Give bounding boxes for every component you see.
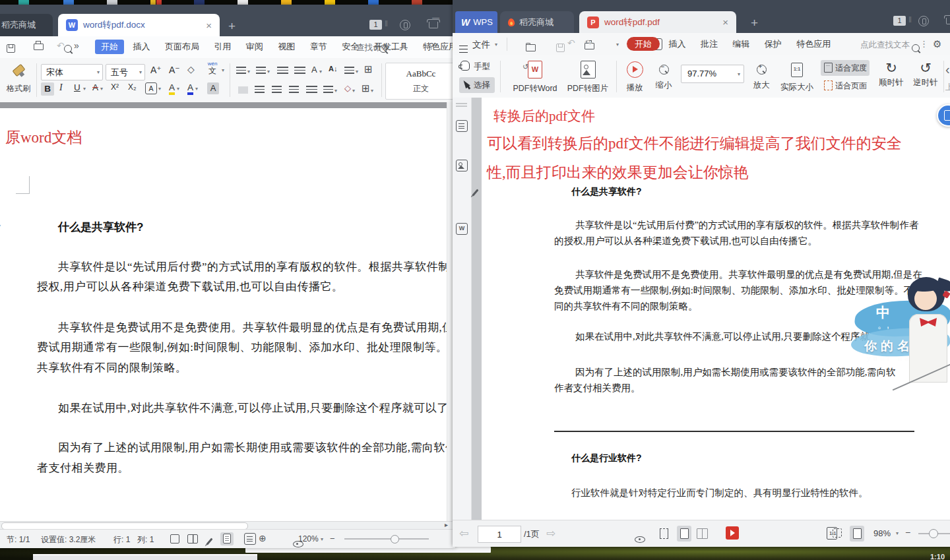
image-panel-icon[interactable] — [456, 160, 468, 171]
menu-item-insert[interactable]: 插入 — [662, 36, 691, 53]
subscript-button[interactable]: X₂ — [128, 82, 137, 92]
grow-font-button[interactable]: A⁺ — [150, 65, 162, 75]
tab-count-badge[interactable]: 1 — [369, 20, 382, 30]
continuous-view-icon[interactable] — [660, 528, 668, 539]
menu-item-protect[interactable]: 保护 — [759, 36, 788, 53]
pdf-tab-active[interactable]: P word转pdf.pdf × — [579, 11, 736, 33]
italic-button[interactable]: I — [59, 82, 63, 93]
fit-width-button[interactable]: 适合宽度 — [821, 60, 870, 76]
font-name-select[interactable]: 宋体 ▾ — [41, 64, 103, 80]
undo-icon[interactable]: ↶ — [567, 38, 575, 48]
chevron-down-icon[interactable]: ▾ — [139, 69, 142, 75]
chevron-down-icon[interactable]: ▾ — [334, 88, 337, 94]
chevron-down-icon[interactable]: ▾ — [356, 69, 358, 75]
menu-item-review[interactable]: 审阅 — [240, 38, 269, 55]
facing-pages-view-icon[interactable] — [697, 528, 708, 539]
strikethrough-button[interactable]: A — [92, 82, 98, 92]
chevron-down-icon[interactable]: ▾ — [319, 69, 322, 75]
actual-size-button[interactable]: 实际大小 — [778, 59, 815, 95]
zoom-slider-track[interactable] — [344, 538, 429, 540]
find-text-placeholder[interactable]: 点此查找文本 — [860, 40, 910, 51]
tab-count-badge[interactable]: 1 — [893, 16, 906, 26]
chevron-down-icon[interactable]: ▾ — [371, 88, 373, 94]
eye-protection-icon[interactable] — [635, 536, 645, 543]
zoom-value[interactable]: 120% — [298, 534, 319, 544]
zoom-out-icon[interactable]: − — [330, 534, 335, 544]
fit-page-button[interactable]: 适合页面 — [821, 78, 870, 94]
menu-item-view[interactable]: 视图 — [272, 38, 301, 55]
chevron-down-icon[interactable]: ▾ — [195, 86, 198, 92]
sign-panel-icon[interactable] — [472, 189, 479, 196]
increase-indent-icon[interactable] — [294, 67, 305, 74]
chevron-down-icon[interactable]: ▾ — [97, 69, 100, 75]
chevron-down-icon[interactable]: ▾ — [738, 71, 740, 77]
play-button[interactable]: 播放 — [621, 59, 648, 95]
hamburger-menu-icon[interactable] — [459, 46, 468, 53]
menu-item-home[interactable]: 开始 — [95, 40, 124, 54]
menu-item-home[interactable]: 开始 — [627, 37, 660, 51]
bullet-list-icon[interactable] — [236, 67, 246, 74]
skin-theme-icon[interactable] — [429, 22, 438, 28]
fit-width-mode-icon[interactable] — [850, 526, 864, 542]
write-mode-icon[interactable] — [206, 538, 212, 545]
superscript-button[interactable]: X² — [111, 82, 119, 92]
new-tab-icon[interactable]: + — [751, 16, 758, 30]
page-layout-icon[interactable] — [220, 532, 234, 545]
scroll-right-icon[interactable]: ▸ — [445, 521, 448, 528]
chevron-down-icon[interactable]: ▾ — [352, 88, 355, 94]
chevron-down-icon[interactable]: ▾ — [100, 86, 103, 92]
zoom-out-icon[interactable]: − — [905, 527, 910, 538]
undo-icon[interactable]: ↶ — [57, 40, 65, 51]
chevron-down-icon[interactable]: ▾ — [158, 86, 161, 92]
close-tab-icon[interactable]: × — [206, 20, 212, 31]
zoom-slider-knob[interactable] — [391, 535, 399, 544]
menu-item-page-layout[interactable]: 页面布局 — [159, 38, 205, 55]
font-color-button[interactable]: A — [187, 82, 193, 95]
more-commands-icon[interactable]: » — [74, 40, 79, 51]
page-number-input[interactable] — [478, 526, 521, 543]
outline-view-icon[interactable] — [244, 533, 256, 545]
clear-format-icon[interactable]: ◇ — [187, 64, 195, 75]
zoom-value[interactable]: 98% — [873, 528, 891, 538]
find-command-label[interactable]: 查找命令... — [356, 42, 396, 53]
chevron-down-icon[interactable]: ▾ — [267, 69, 270, 75]
fit-page-mode-icon[interactable] — [833, 528, 842, 538]
chevron-down-icon[interactable]: ▾ — [177, 86, 179, 92]
chevron-down-icon[interactable]: ▾ — [247, 69, 250, 75]
char-scale-icon[interactable]: A — [311, 65, 317, 75]
decrease-indent-icon[interactable] — [277, 67, 288, 74]
pdf-to-image-button[interactable]: PDF转图片 — [563, 59, 612, 95]
close-tab-icon[interactable]: × — [722, 16, 728, 28]
read-layout-icon[interactable] — [187, 534, 198, 544]
rotate-cw-button[interactable]: ↻ 顺时针 — [876, 59, 906, 95]
next-page-icon[interactable]: ⇨ — [546, 526, 555, 540]
menu-item-section[interactable]: 章节 — [304, 38, 333, 55]
web-layout-icon[interactable]: ⊕ — [259, 533, 267, 544]
collapse-panel-icon[interactable]: ‹ — [945, 62, 950, 77]
outline-panel-icon[interactable] — [456, 120, 468, 132]
writer-tab-store[interactable]: 稻壳商城 — [0, 14, 53, 36]
redo-icon[interactable]: ↷ — [585, 38, 592, 48]
to-word-panel-icon[interactable] — [456, 223, 468, 235]
chevron-down-icon[interactable]: ▾ — [222, 67, 224, 73]
prev-page-icon[interactable]: ⇦ — [459, 526, 468, 540]
show-marks-icon[interactable] — [344, 67, 354, 74]
highlight-button[interactable]: A — [169, 82, 175, 95]
sort-icon[interactable]: A↓ — [329, 65, 337, 73]
zoom-in-button[interactable]: + 放大 — [748, 59, 775, 95]
rotate-ccw-button[interactable]: ↺ 逆时针 — [910, 59, 941, 95]
writer-tab-active[interactable]: W word转pdf.docx × — [58, 14, 220, 36]
zoom-slider-knob[interactable] — [929, 529, 938, 538]
doc-assistant-icon[interactable] — [400, 20, 410, 30]
save-icon[interactable] — [556, 44, 565, 52]
pdf-tab-store[interactable]: 稻壳商城 — [500, 11, 574, 33]
align-center-icon[interactable] — [255, 86, 265, 93]
pdf-content-area[interactable]: 转换后的pdf文件 可以看到转换后的pdf文件不能进行编辑提高了我们文件的安全 … — [453, 98, 950, 520]
chevron-down-icon[interactable]: ▾ — [495, 42, 497, 47]
overflow-menu-icon[interactable]: ⋮ — [920, 39, 928, 49]
help-icon[interactable]: ? — [429, 41, 434, 51]
save-icon[interactable] — [7, 44, 15, 53]
print-icon[interactable] — [34, 44, 44, 50]
zoom-out-button[interactable]: − 缩小 — [650, 59, 677, 95]
chevron-down-icon[interactable]: ▾ — [896, 530, 899, 536]
